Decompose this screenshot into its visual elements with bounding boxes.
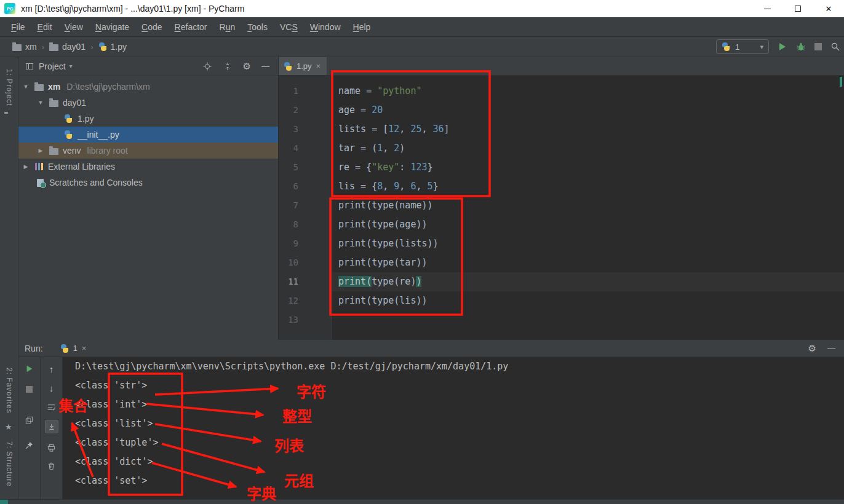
left-tool-strip: 1: Project 2: Favorites ★ 7: Structure [0,57,18,499]
close-icon: ✕ [826,4,832,14]
locate-file-icon[interactable] [202,61,212,71]
gear-icon[interactable]: ⚙ [808,344,816,353]
tree-item-day01[interactable]: ▼ day01 [18,95,278,111]
hide-panel-icon[interactable]: — [261,62,269,70]
tool-button-project[interactable]: 1: Project [5,69,14,106]
maximize-button[interactable] [782,0,813,17]
python-file-icon [98,42,107,51]
breadcrumb-1py[interactable]: 1.py [111,42,127,52]
menu-window[interactable]: Window [304,22,347,32]
code-line-13[interactable]: 13 [279,310,844,329]
tree-item-venv[interactable]: ▶ venv library root [18,143,278,159]
console-line-6: <class 'set'> [75,471,844,490]
editor-tab-1py[interactable]: 1.py × [279,57,327,75]
stop-button[interactable] [23,382,36,396]
code-line-2[interactable]: 2age = 20 [279,101,844,120]
menu-file[interactable]: File [5,22,31,32]
run-tab-1[interactable]: 1 × [60,344,87,353]
window-title: xm [D:\test\gj\pycharm\xm] - ...\day01\1… [21,4,752,14]
status-bar [0,499,844,504]
soft-wrap-icon[interactable] [45,400,58,414]
python-file-icon [284,62,292,71]
menu-code[interactable]: Code [135,22,168,32]
expand-right-icon[interactable]: ▶ [37,148,44,154]
minimize-button[interactable] [752,0,782,17]
breadcrumb-separator: › [42,42,44,52]
project-panel-title[interactable]: Project [39,61,66,71]
menu-navigate[interactable]: Navigate [89,22,135,32]
folder-icon [12,44,22,51]
expand-down-icon[interactable]: ▼ [22,84,30,90]
tool-window-icon [25,61,34,71]
code-line-8[interactable]: 8print(type(age)) [279,215,844,234]
code-line-3[interactable]: 3lists = [12, 25, 36] [279,120,844,139]
console-line-0: D:\test\gj\pycharm\xm\venv\Scripts\pytho… [75,357,844,376]
stop-button[interactable] [814,43,822,50]
editor-code[interactable]: 1name = "python"2age = 203lists = [12, 2… [279,76,844,340]
menu-run[interactable]: Run [213,22,242,32]
folder-icon [48,98,59,107]
code-line-4[interactable]: 4tar = (1, 2) [279,139,844,158]
star-icon[interactable]: ★ [5,422,12,431]
code-line-12[interactable]: 12print(type(lis)) [279,291,844,310]
expand-down-icon[interactable]: ▼ [37,100,44,106]
debug-bug-icon[interactable] [796,42,806,52]
run-console[interactable]: D:\test\gj\pycharm\xm\venv\Scripts\pytho… [63,357,844,499]
rerun-button[interactable] [23,362,36,376]
gear-icon[interactable]: ⚙ [243,61,251,71]
scratches-icon [34,179,46,187]
folder-icon [33,82,44,91]
console-line-5: <class 'dict'> [75,452,844,471]
tree-item-1py[interactable]: 1.py [18,111,278,127]
close-icon[interactable]: × [82,344,87,353]
code-line-1[interactable]: 1name = "python" [279,82,844,101]
code-line-10[interactable]: 10print(type(tar)) [279,253,844,272]
tool-button-structure[interactable]: 7: Structure [5,441,14,487]
code-line-9[interactable]: 9print(type(lists)) [279,234,844,253]
editor-tab-bar: 1.py × [279,57,844,76]
menu-edit[interactable]: Edit [31,22,58,32]
close-button[interactable]: ✕ [813,0,844,17]
menu-refactor[interactable]: Refactor [169,22,213,32]
menu-view[interactable]: View [58,22,89,32]
tree-item-xm[interactable]: ▼ xm D:\test\gj\pycharm\xm [18,79,278,95]
menu-vcs[interactable]: VCS [274,22,304,32]
search-icon[interactable] [830,42,840,52]
tool-button-favorites[interactable]: 2: Favorites [5,368,14,414]
restore-layout-icon[interactable] [23,413,36,427]
pycharm-window: PC xm [D:\test\gj\pycharm\xm] - ...\day0… [0,0,844,504]
run-config-selector[interactable]: 1 ▾ [716,39,769,54]
breadcrumb-xm[interactable]: xm [25,42,37,52]
chevron-down-icon[interactable]: ▾ [70,63,73,69]
hide-panel-icon[interactable]: — [827,344,835,352]
down-stack-icon[interactable]: ↓ [45,381,58,395]
pin-icon[interactable] [23,438,36,452]
code-line-6[interactable]: 6lis = {8, 9, 6, 5} [279,177,844,196]
code-line-5[interactable]: 5re = {"key": 123} [279,158,844,177]
code-line-11[interactable]: 11print(type(re)) [279,272,844,291]
collapse-all-icon[interactable] [223,61,233,71]
code-line-7[interactable]: 7print(type(name)) [279,196,844,215]
tab-label: 1.py [297,61,312,71]
run-panel-body: ↑ ↓ D:\test\gj\pycharm\xm\venv\Scripts\p… [18,357,844,499]
run-tool-window: Run: 1 × ⚙ — [18,340,844,499]
scroll-to-end-icon[interactable] [45,420,58,433]
title-bar: PC xm [D:\test\gj\pycharm\xm] - ...\day0… [0,0,844,17]
chevron-down-icon: ▾ [760,43,763,51]
breadcrumb-day01[interactable]: day01 [62,42,86,52]
breadcrumb-separator: › [90,42,93,52]
print-icon[interactable] [45,441,58,454]
close-icon[interactable]: × [316,61,321,71]
up-stack-icon[interactable]: ↑ [45,362,58,376]
pycharm-logo-icon: PC [4,3,15,14]
menu-tools[interactable]: Tools [241,22,274,32]
expand-right-icon[interactable]: ▶ [22,163,30,170]
clear-all-icon[interactable] [45,459,58,473]
tree-item-init-py[interactable]: __init__.py [18,127,278,143]
tree-item-scratches[interactable]: Scratches and Consoles [18,175,278,191]
menu-help[interactable]: Help [347,22,377,32]
python-file-icon [63,114,74,123]
python-file-icon [60,344,69,353]
tree-item-external-libraries[interactable]: ▶ External Libraries [18,159,278,175]
run-button[interactable] [778,42,787,52]
